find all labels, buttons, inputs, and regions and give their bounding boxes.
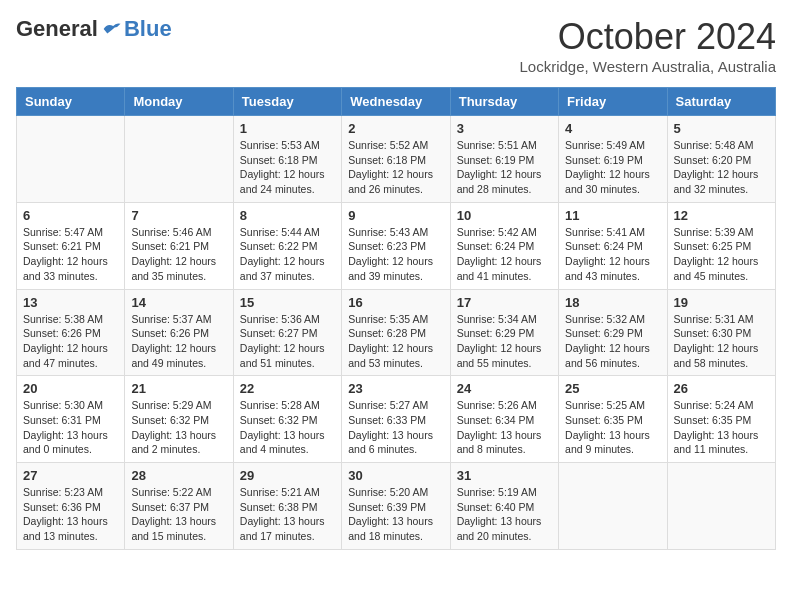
logo-general-text: General bbox=[16, 16, 98, 42]
calendar-weekday-header: Wednesday bbox=[342, 88, 450, 116]
logo-blue-text: Blue bbox=[124, 16, 172, 42]
calendar-cell: 18Sunrise: 5:32 AM Sunset: 6:29 PM Dayli… bbox=[559, 289, 667, 376]
day-number: 18 bbox=[565, 295, 660, 310]
day-info: Sunrise: 5:26 AM Sunset: 6:34 PM Dayligh… bbox=[457, 398, 552, 457]
day-number: 10 bbox=[457, 208, 552, 223]
page-header: General Blue October 2024 Lockridge, Wes… bbox=[16, 16, 776, 75]
day-number: 4 bbox=[565, 121, 660, 136]
day-number: 9 bbox=[348, 208, 443, 223]
day-info: Sunrise: 5:25 AM Sunset: 6:35 PM Dayligh… bbox=[565, 398, 660, 457]
day-number: 30 bbox=[348, 468, 443, 483]
day-number: 31 bbox=[457, 468, 552, 483]
calendar-cell: 22Sunrise: 5:28 AM Sunset: 6:32 PM Dayli… bbox=[233, 376, 341, 463]
day-info: Sunrise: 5:22 AM Sunset: 6:37 PM Dayligh… bbox=[131, 485, 226, 544]
calendar-cell bbox=[667, 463, 775, 550]
day-info: Sunrise: 5:48 AM Sunset: 6:20 PM Dayligh… bbox=[674, 138, 769, 197]
day-info: Sunrise: 5:43 AM Sunset: 6:23 PM Dayligh… bbox=[348, 225, 443, 284]
day-number: 25 bbox=[565, 381, 660, 396]
calendar-cell: 5Sunrise: 5:48 AM Sunset: 6:20 PM Daylig… bbox=[667, 116, 775, 203]
calendar-cell: 28Sunrise: 5:22 AM Sunset: 6:37 PM Dayli… bbox=[125, 463, 233, 550]
calendar-cell: 6Sunrise: 5:47 AM Sunset: 6:21 PM Daylig… bbox=[17, 202, 125, 289]
day-info: Sunrise: 5:21 AM Sunset: 6:38 PM Dayligh… bbox=[240, 485, 335, 544]
calendar-cell: 17Sunrise: 5:34 AM Sunset: 6:29 PM Dayli… bbox=[450, 289, 558, 376]
day-number: 1 bbox=[240, 121, 335, 136]
calendar-cell: 20Sunrise: 5:30 AM Sunset: 6:31 PM Dayli… bbox=[17, 376, 125, 463]
calendar-cell: 12Sunrise: 5:39 AM Sunset: 6:25 PM Dayli… bbox=[667, 202, 775, 289]
day-info: Sunrise: 5:37 AM Sunset: 6:26 PM Dayligh… bbox=[131, 312, 226, 371]
title-area: October 2024 Lockridge, Western Australi… bbox=[519, 16, 776, 75]
calendar-cell: 19Sunrise: 5:31 AM Sunset: 6:30 PM Dayli… bbox=[667, 289, 775, 376]
calendar-cell: 15Sunrise: 5:36 AM Sunset: 6:27 PM Dayli… bbox=[233, 289, 341, 376]
calendar-weekday-header: Thursday bbox=[450, 88, 558, 116]
day-info: Sunrise: 5:46 AM Sunset: 6:21 PM Dayligh… bbox=[131, 225, 226, 284]
calendar-body: 1Sunrise: 5:53 AM Sunset: 6:18 PM Daylig… bbox=[17, 116, 776, 550]
calendar-cell: 21Sunrise: 5:29 AM Sunset: 6:32 PM Dayli… bbox=[125, 376, 233, 463]
day-number: 11 bbox=[565, 208, 660, 223]
day-number: 29 bbox=[240, 468, 335, 483]
day-info: Sunrise: 5:44 AM Sunset: 6:22 PM Dayligh… bbox=[240, 225, 335, 284]
day-info: Sunrise: 5:20 AM Sunset: 6:39 PM Dayligh… bbox=[348, 485, 443, 544]
calendar-cell: 11Sunrise: 5:41 AM Sunset: 6:24 PM Dayli… bbox=[559, 202, 667, 289]
day-number: 26 bbox=[674, 381, 769, 396]
day-number: 12 bbox=[674, 208, 769, 223]
day-info: Sunrise: 5:34 AM Sunset: 6:29 PM Dayligh… bbox=[457, 312, 552, 371]
day-info: Sunrise: 5:31 AM Sunset: 6:30 PM Dayligh… bbox=[674, 312, 769, 371]
calendar-weekday-header: Tuesday bbox=[233, 88, 341, 116]
day-info: Sunrise: 5:27 AM Sunset: 6:33 PM Dayligh… bbox=[348, 398, 443, 457]
calendar-cell: 24Sunrise: 5:26 AM Sunset: 6:34 PM Dayli… bbox=[450, 376, 558, 463]
calendar-cell: 3Sunrise: 5:51 AM Sunset: 6:19 PM Daylig… bbox=[450, 116, 558, 203]
calendar-cell: 7Sunrise: 5:46 AM Sunset: 6:21 PM Daylig… bbox=[125, 202, 233, 289]
calendar-week-row: 20Sunrise: 5:30 AM Sunset: 6:31 PM Dayli… bbox=[17, 376, 776, 463]
calendar-cell: 9Sunrise: 5:43 AM Sunset: 6:23 PM Daylig… bbox=[342, 202, 450, 289]
day-number: 7 bbox=[131, 208, 226, 223]
calendar-cell: 8Sunrise: 5:44 AM Sunset: 6:22 PM Daylig… bbox=[233, 202, 341, 289]
calendar-cell: 23Sunrise: 5:27 AM Sunset: 6:33 PM Dayli… bbox=[342, 376, 450, 463]
calendar-cell: 2Sunrise: 5:52 AM Sunset: 6:18 PM Daylig… bbox=[342, 116, 450, 203]
calendar-week-row: 1Sunrise: 5:53 AM Sunset: 6:18 PM Daylig… bbox=[17, 116, 776, 203]
day-info: Sunrise: 5:47 AM Sunset: 6:21 PM Dayligh… bbox=[23, 225, 118, 284]
day-info: Sunrise: 5:36 AM Sunset: 6:27 PM Dayligh… bbox=[240, 312, 335, 371]
calendar-cell: 31Sunrise: 5:19 AM Sunset: 6:40 PM Dayli… bbox=[450, 463, 558, 550]
day-info: Sunrise: 5:24 AM Sunset: 6:35 PM Dayligh… bbox=[674, 398, 769, 457]
calendar-cell: 30Sunrise: 5:20 AM Sunset: 6:39 PM Dayli… bbox=[342, 463, 450, 550]
logo: General Blue bbox=[16, 16, 172, 42]
day-info: Sunrise: 5:32 AM Sunset: 6:29 PM Dayligh… bbox=[565, 312, 660, 371]
calendar-week-row: 6Sunrise: 5:47 AM Sunset: 6:21 PM Daylig… bbox=[17, 202, 776, 289]
day-number: 16 bbox=[348, 295, 443, 310]
calendar-week-row: 27Sunrise: 5:23 AM Sunset: 6:36 PM Dayli… bbox=[17, 463, 776, 550]
calendar-cell: 27Sunrise: 5:23 AM Sunset: 6:36 PM Dayli… bbox=[17, 463, 125, 550]
day-number: 21 bbox=[131, 381, 226, 396]
calendar-cell bbox=[125, 116, 233, 203]
day-number: 17 bbox=[457, 295, 552, 310]
day-info: Sunrise: 5:39 AM Sunset: 6:25 PM Dayligh… bbox=[674, 225, 769, 284]
calendar-weekday-header: Sunday bbox=[17, 88, 125, 116]
calendar-cell: 29Sunrise: 5:21 AM Sunset: 6:38 PM Dayli… bbox=[233, 463, 341, 550]
day-info: Sunrise: 5:49 AM Sunset: 6:19 PM Dayligh… bbox=[565, 138, 660, 197]
day-number: 3 bbox=[457, 121, 552, 136]
day-info: Sunrise: 5:53 AM Sunset: 6:18 PM Dayligh… bbox=[240, 138, 335, 197]
calendar-cell: 25Sunrise: 5:25 AM Sunset: 6:35 PM Dayli… bbox=[559, 376, 667, 463]
calendar-cell: 26Sunrise: 5:24 AM Sunset: 6:35 PM Dayli… bbox=[667, 376, 775, 463]
day-info: Sunrise: 5:41 AM Sunset: 6:24 PM Dayligh… bbox=[565, 225, 660, 284]
calendar-cell: 1Sunrise: 5:53 AM Sunset: 6:18 PM Daylig… bbox=[233, 116, 341, 203]
day-info: Sunrise: 5:42 AM Sunset: 6:24 PM Dayligh… bbox=[457, 225, 552, 284]
day-number: 2 bbox=[348, 121, 443, 136]
day-info: Sunrise: 5:38 AM Sunset: 6:26 PM Dayligh… bbox=[23, 312, 118, 371]
calendar-week-row: 13Sunrise: 5:38 AM Sunset: 6:26 PM Dayli… bbox=[17, 289, 776, 376]
day-number: 5 bbox=[674, 121, 769, 136]
calendar-table: SundayMondayTuesdayWednesdayThursdayFrid… bbox=[16, 87, 776, 550]
location-text: Lockridge, Western Australia, Australia bbox=[519, 58, 776, 75]
day-info: Sunrise: 5:23 AM Sunset: 6:36 PM Dayligh… bbox=[23, 485, 118, 544]
day-info: Sunrise: 5:51 AM Sunset: 6:19 PM Dayligh… bbox=[457, 138, 552, 197]
day-number: 28 bbox=[131, 468, 226, 483]
day-info: Sunrise: 5:52 AM Sunset: 6:18 PM Dayligh… bbox=[348, 138, 443, 197]
day-number: 20 bbox=[23, 381, 118, 396]
day-info: Sunrise: 5:29 AM Sunset: 6:32 PM Dayligh… bbox=[131, 398, 226, 457]
calendar-header-row: SundayMondayTuesdayWednesdayThursdayFrid… bbox=[17, 88, 776, 116]
day-number: 15 bbox=[240, 295, 335, 310]
calendar-cell: 14Sunrise: 5:37 AM Sunset: 6:26 PM Dayli… bbox=[125, 289, 233, 376]
day-number: 19 bbox=[674, 295, 769, 310]
day-info: Sunrise: 5:28 AM Sunset: 6:32 PM Dayligh… bbox=[240, 398, 335, 457]
calendar-cell bbox=[17, 116, 125, 203]
calendar-weekday-header: Friday bbox=[559, 88, 667, 116]
